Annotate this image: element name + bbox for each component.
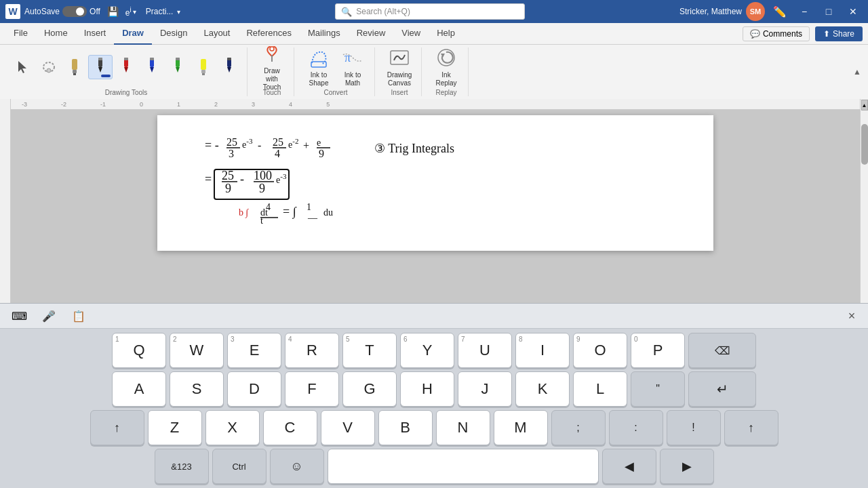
key-e[interactable]: 3E <box>227 333 281 368</box>
tab-home[interactable]: Home <box>36 23 76 45</box>
svg-text:+: + <box>303 140 309 151</box>
key-o[interactable]: 9O <box>573 333 627 368</box>
key-colon[interactable]: : <box>609 410 663 445</box>
key-j[interactable]: J <box>458 371 512 407</box>
ink-to-math-button[interactable]: π Ink toMath <box>336 48 369 86</box>
user-avatar[interactable]: SM <box>746 2 765 21</box>
key-arrow-left[interactable]: ◀ <box>602 449 656 484</box>
select-tool-button[interactable] <box>11 55 35 79</box>
share-button[interactable]: ⬆ Share <box>815 26 863 41</box>
title-bar-center: 🔍 Search (Alt+Q) <box>180 3 679 20</box>
tab-design[interactable]: Design <box>152 23 195 45</box>
key-ctrl[interactable]: Ctrl <box>212 449 267 484</box>
comments-button[interactable]: 💬 Comments <box>743 26 810 41</box>
tab-draw[interactable]: Draw <box>114 23 152 45</box>
key-d[interactable]: D <box>227 371 281 407</box>
key-backspace[interactable]: ⌫ <box>688 333 756 368</box>
doc-name[interactable]: Practi... <box>146 7 174 16</box>
key-g[interactable]: G <box>342 371 397 407</box>
key-space[interactable] <box>328 449 599 484</box>
key-y[interactable]: 6Y <box>400 333 454 368</box>
keyboard-close-button[interactable]: × <box>844 308 860 324</box>
key-arrow-right[interactable]: ▶ <box>660 449 714 484</box>
edit-icon[interactable]: ✏️ <box>770 3 789 21</box>
black-highlighter-button[interactable] <box>62 55 87 79</box>
key-enter[interactable]: ↵ <box>688 371 756 407</box>
yellow-highlighter-button[interactable] <box>191 55 216 79</box>
lasso-icon <box>41 60 56 75</box>
svg-text:25: 25 <box>222 169 234 182</box>
key-shift-right[interactable]: ↑ <box>724 410 778 445</box>
formula-display: ei <box>125 6 132 18</box>
key-b[interactable]: B <box>378 410 433 445</box>
green-pen-button[interactable] <box>165 55 190 79</box>
key-h[interactable]: H <box>400 371 454 407</box>
key-numbers[interactable]: &123 <box>155 449 209 484</box>
key-t[interactable]: 5T <box>342 333 397 368</box>
ink-shape-icon <box>308 47 330 68</box>
tab-file[interactable]: File <box>5 23 36 45</box>
key-a[interactable]: A <box>112 371 166 407</box>
clipboard-button[interactable]: 📋 <box>68 306 90 325</box>
key-shift-left[interactable]: ↑ <box>90 410 144 445</box>
key-l[interactable]: L <box>573 371 627 407</box>
save-button[interactable]: 💾 <box>104 5 121 18</box>
draw-with-touch-button[interactable]: Draw withTouch <box>256 48 288 86</box>
blue-pen-button[interactable] <box>140 55 164 79</box>
red-pen-icon <box>119 56 134 78</box>
key-f[interactable]: F <box>285 371 339 407</box>
dark-blue-pen-button[interactable] <box>217 55 241 79</box>
key-i[interactable]: 8I <box>515 333 570 368</box>
key-u[interactable]: 7U <box>458 333 512 368</box>
search-box[interactable]: 🔍 Search (Alt+Q) <box>335 3 525 20</box>
red-pen-button[interactable] <box>114 55 138 79</box>
tab-layout[interactable]: Layout <box>195 23 238 45</box>
tab-mailings[interactable]: Mailings <box>300 23 349 45</box>
key-c[interactable]: C <box>263 410 317 445</box>
ink-to-shape-button[interactable]: Ink toShape <box>302 48 335 86</box>
key-quote[interactable]: " <box>631 371 685 407</box>
insert-items: DrawingCanvas <box>383 47 416 86</box>
minimize-button[interactable]: − <box>795 2 814 21</box>
key-w[interactable]: 2W <box>170 333 224 368</box>
key-semicolon[interactable]: ; <box>551 410 606 445</box>
key-v[interactable]: V <box>321 410 375 445</box>
black-pen-button[interactable] <box>88 55 113 79</box>
collapse-ribbon-button[interactable]: ▲ <box>852 47 863 96</box>
close-button[interactable]: ✕ <box>844 2 863 21</box>
svg-text:―: ― <box>307 213 318 223</box>
key-exclaim[interactable]: ! <box>667 410 721 445</box>
key-z[interactable]: Z <box>148 410 202 445</box>
key-p[interactable]: 0P <box>631 333 685 368</box>
microphone-button[interactable]: 🎤 <box>38 306 60 325</box>
comments-label: Comments <box>763 29 802 39</box>
dropdown-arrow[interactable]: ▾ <box>133 8 136 16</box>
key-m[interactable]: M <box>494 410 548 445</box>
tab-review[interactable]: Review <box>349 23 394 45</box>
lasso-tool-button[interactable] <box>37 55 61 79</box>
ink-shape-label: Ink toShape <box>309 71 329 87</box>
key-k[interactable]: K <box>515 371 570 407</box>
key-q[interactable]: 1Q <box>112 333 166 368</box>
svg-text:π: π <box>344 51 351 64</box>
tab-help[interactable]: Help <box>429 23 463 45</box>
tab-view[interactable]: View <box>393 23 429 45</box>
key-n[interactable]: N <box>436 410 490 445</box>
ink-replay-button[interactable]: InkReplay <box>430 48 462 86</box>
drawing-canvas-button[interactable]: DrawingCanvas <box>383 48 416 86</box>
svg-text:9: 9 <box>259 182 265 195</box>
svg-text:-: - <box>240 172 244 186</box>
key-x[interactable]: X <box>205 410 260 445</box>
key-emoji[interactable]: ☺ <box>270 449 324 484</box>
key-r[interactable]: 4R <box>285 333 339 368</box>
svg-text:25: 25 <box>226 136 237 148</box>
scrollbar-thumb[interactable] <box>861 124 868 165</box>
svg-text:b ∫: b ∫ <box>239 207 250 218</box>
tab-insert[interactable]: Insert <box>76 23 115 45</box>
keyboard-icon-button[interactable]: ⌨ <box>8 306 30 325</box>
maximize-button[interactable]: □ <box>819 2 838 21</box>
tab-references[interactable]: References <box>238 23 299 45</box>
key-s[interactable]: S <box>170 371 224 407</box>
drawing-tools-group: Drawing Tools <box>5 47 248 96</box>
autosave-toggle[interactable] <box>62 6 87 17</box>
